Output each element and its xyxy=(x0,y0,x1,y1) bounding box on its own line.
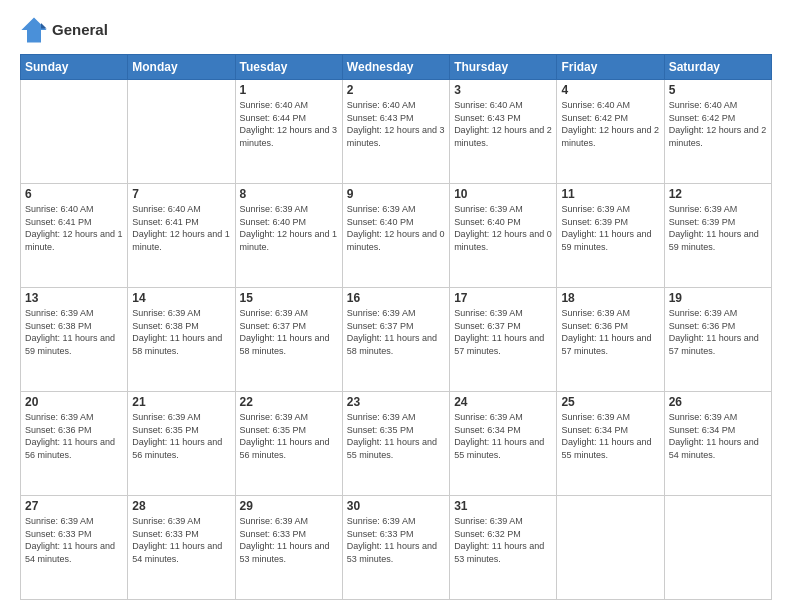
day-cell-4: 4Sunrise: 6:40 AMSunset: 6:42 PMDaylight… xyxy=(557,80,664,184)
day-number: 25 xyxy=(561,395,659,409)
day-info: Sunrise: 6:39 AMSunset: 6:39 PMDaylight:… xyxy=(561,203,659,253)
week-row-3: 13Sunrise: 6:39 AMSunset: 6:38 PMDayligh… xyxy=(21,288,772,392)
day-cell-21: 21Sunrise: 6:39 AMSunset: 6:35 PMDayligh… xyxy=(128,392,235,496)
day-info: Sunrise: 6:39 AMSunset: 6:36 PMDaylight:… xyxy=(25,411,123,461)
day-cell-29: 29Sunrise: 6:39 AMSunset: 6:33 PMDayligh… xyxy=(235,496,342,600)
day-number: 4 xyxy=(561,83,659,97)
day-cell-31: 31Sunrise: 6:39 AMSunset: 6:32 PMDayligh… xyxy=(450,496,557,600)
day-number: 31 xyxy=(454,499,552,513)
day-number: 21 xyxy=(132,395,230,409)
day-number: 28 xyxy=(132,499,230,513)
day-info: Sunrise: 6:39 AMSunset: 6:36 PMDaylight:… xyxy=(669,307,767,357)
day-info: Sunrise: 6:39 AMSunset: 6:32 PMDaylight:… xyxy=(454,515,552,565)
day-info: Sunrise: 6:39 AMSunset: 6:37 PMDaylight:… xyxy=(347,307,445,357)
day-info: Sunrise: 6:39 AMSunset: 6:38 PMDaylight:… xyxy=(25,307,123,357)
day-number: 13 xyxy=(25,291,123,305)
day-number: 8 xyxy=(240,187,338,201)
day-cell-7: 7Sunrise: 6:40 AMSunset: 6:41 PMDaylight… xyxy=(128,184,235,288)
day-number: 10 xyxy=(454,187,552,201)
calendar-table: SundayMondayTuesdayWednesdayThursdayFrid… xyxy=(20,54,772,600)
week-row-2: 6Sunrise: 6:40 AMSunset: 6:41 PMDaylight… xyxy=(21,184,772,288)
day-info: Sunrise: 6:39 AMSunset: 6:33 PMDaylight:… xyxy=(347,515,445,565)
week-row-5: 27Sunrise: 6:39 AMSunset: 6:33 PMDayligh… xyxy=(21,496,772,600)
day-cell-30: 30Sunrise: 6:39 AMSunset: 6:33 PMDayligh… xyxy=(342,496,449,600)
day-cell-27: 27Sunrise: 6:39 AMSunset: 6:33 PMDayligh… xyxy=(21,496,128,600)
day-number: 2 xyxy=(347,83,445,97)
empty-cell xyxy=(21,80,128,184)
empty-cell xyxy=(664,496,771,600)
day-cell-5: 5Sunrise: 6:40 AMSunset: 6:42 PMDaylight… xyxy=(664,80,771,184)
empty-cell xyxy=(128,80,235,184)
weekday-header-friday: Friday xyxy=(557,55,664,80)
day-info: Sunrise: 6:39 AMSunset: 6:39 PMDaylight:… xyxy=(669,203,767,253)
weekday-header-monday: Monday xyxy=(128,55,235,80)
day-info: Sunrise: 6:39 AMSunset: 6:33 PMDaylight:… xyxy=(25,515,123,565)
day-info: Sunrise: 6:40 AMSunset: 6:41 PMDaylight:… xyxy=(132,203,230,253)
day-info: Sunrise: 6:39 AMSunset: 6:35 PMDaylight:… xyxy=(347,411,445,461)
logo-text: General xyxy=(52,21,108,39)
day-cell-23: 23Sunrise: 6:39 AMSunset: 6:35 PMDayligh… xyxy=(342,392,449,496)
header: General xyxy=(20,16,772,44)
day-info: Sunrise: 6:40 AMSunset: 6:42 PMDaylight:… xyxy=(561,99,659,149)
day-info: Sunrise: 6:39 AMSunset: 6:33 PMDaylight:… xyxy=(240,515,338,565)
day-number: 26 xyxy=(669,395,767,409)
weekday-header-saturday: Saturday xyxy=(664,55,771,80)
day-cell-25: 25Sunrise: 6:39 AMSunset: 6:34 PMDayligh… xyxy=(557,392,664,496)
day-number: 15 xyxy=(240,291,338,305)
weekday-header-thursday: Thursday xyxy=(450,55,557,80)
day-info: Sunrise: 6:39 AMSunset: 6:34 PMDaylight:… xyxy=(454,411,552,461)
week-row-4: 20Sunrise: 6:39 AMSunset: 6:36 PMDayligh… xyxy=(21,392,772,496)
day-cell-19: 19Sunrise: 6:39 AMSunset: 6:36 PMDayligh… xyxy=(664,288,771,392)
day-info: Sunrise: 6:39 AMSunset: 6:35 PMDaylight:… xyxy=(240,411,338,461)
day-info: Sunrise: 6:39 AMSunset: 6:38 PMDaylight:… xyxy=(132,307,230,357)
day-number: 16 xyxy=(347,291,445,305)
day-cell-11: 11Sunrise: 6:39 AMSunset: 6:39 PMDayligh… xyxy=(557,184,664,288)
day-number: 24 xyxy=(454,395,552,409)
day-number: 18 xyxy=(561,291,659,305)
day-cell-22: 22Sunrise: 6:39 AMSunset: 6:35 PMDayligh… xyxy=(235,392,342,496)
day-cell-12: 12Sunrise: 6:39 AMSunset: 6:39 PMDayligh… xyxy=(664,184,771,288)
day-info: Sunrise: 6:40 AMSunset: 6:42 PMDaylight:… xyxy=(669,99,767,149)
day-info: Sunrise: 6:39 AMSunset: 6:37 PMDaylight:… xyxy=(454,307,552,357)
weekday-header-tuesday: Tuesday xyxy=(235,55,342,80)
week-row-1: 1Sunrise: 6:40 AMSunset: 6:44 PMDaylight… xyxy=(21,80,772,184)
day-cell-18: 18Sunrise: 6:39 AMSunset: 6:36 PMDayligh… xyxy=(557,288,664,392)
day-cell-14: 14Sunrise: 6:39 AMSunset: 6:38 PMDayligh… xyxy=(128,288,235,392)
day-cell-9: 9Sunrise: 6:39 AMSunset: 6:40 PMDaylight… xyxy=(342,184,449,288)
day-info: Sunrise: 6:39 AMSunset: 6:36 PMDaylight:… xyxy=(561,307,659,357)
svg-marker-0 xyxy=(21,17,46,42)
weekday-header-row: SundayMondayTuesdayWednesdayThursdayFrid… xyxy=(21,55,772,80)
day-cell-8: 8Sunrise: 6:39 AMSunset: 6:40 PMDaylight… xyxy=(235,184,342,288)
weekday-header-sunday: Sunday xyxy=(21,55,128,80)
day-number: 12 xyxy=(669,187,767,201)
day-number: 22 xyxy=(240,395,338,409)
day-number: 20 xyxy=(25,395,123,409)
day-number: 7 xyxy=(132,187,230,201)
day-number: 27 xyxy=(25,499,123,513)
day-cell-6: 6Sunrise: 6:40 AMSunset: 6:41 PMDaylight… xyxy=(21,184,128,288)
day-info: Sunrise: 6:39 AMSunset: 6:40 PMDaylight:… xyxy=(347,203,445,253)
logo-icon xyxy=(20,16,48,44)
day-info: Sunrise: 6:39 AMSunset: 6:40 PMDaylight:… xyxy=(240,203,338,253)
day-number: 19 xyxy=(669,291,767,305)
day-cell-20: 20Sunrise: 6:39 AMSunset: 6:36 PMDayligh… xyxy=(21,392,128,496)
empty-cell xyxy=(557,496,664,600)
day-cell-17: 17Sunrise: 6:39 AMSunset: 6:37 PMDayligh… xyxy=(450,288,557,392)
day-cell-10: 10Sunrise: 6:39 AMSunset: 6:40 PMDayligh… xyxy=(450,184,557,288)
day-cell-16: 16Sunrise: 6:39 AMSunset: 6:37 PMDayligh… xyxy=(342,288,449,392)
day-number: 6 xyxy=(25,187,123,201)
day-cell-15: 15Sunrise: 6:39 AMSunset: 6:37 PMDayligh… xyxy=(235,288,342,392)
day-info: Sunrise: 6:39 AMSunset: 6:34 PMDaylight:… xyxy=(669,411,767,461)
day-number: 30 xyxy=(347,499,445,513)
day-cell-2: 2Sunrise: 6:40 AMSunset: 6:43 PMDaylight… xyxy=(342,80,449,184)
day-info: Sunrise: 6:40 AMSunset: 6:44 PMDaylight:… xyxy=(240,99,338,149)
day-number: 17 xyxy=(454,291,552,305)
day-cell-1: 1Sunrise: 6:40 AMSunset: 6:44 PMDaylight… xyxy=(235,80,342,184)
day-info: Sunrise: 6:39 AMSunset: 6:35 PMDaylight:… xyxy=(132,411,230,461)
day-cell-26: 26Sunrise: 6:39 AMSunset: 6:34 PMDayligh… xyxy=(664,392,771,496)
day-number: 3 xyxy=(454,83,552,97)
day-info: Sunrise: 6:39 AMSunset: 6:37 PMDaylight:… xyxy=(240,307,338,357)
day-number: 9 xyxy=(347,187,445,201)
day-number: 1 xyxy=(240,83,338,97)
day-info: Sunrise: 6:39 AMSunset: 6:33 PMDaylight:… xyxy=(132,515,230,565)
